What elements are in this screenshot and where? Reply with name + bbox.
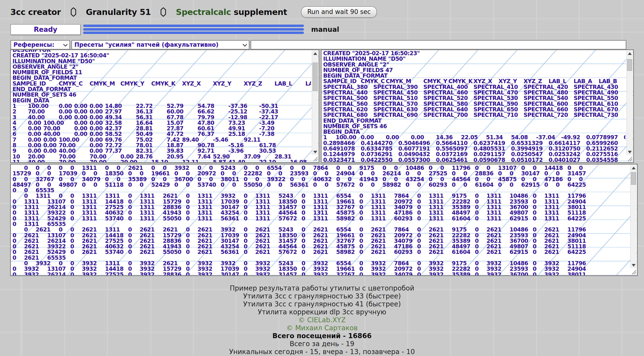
triangle-down-icon [628, 151, 632, 154]
hexagon-outline-icon [70, 7, 76, 17]
footer: Пример результата работы утилиты с цвето… [0, 284, 644, 356]
scroll-thumb[interactable] [631, 172, 636, 185]
triangle-up-icon [632, 167, 636, 169]
footer-link-dlp-correction[interactable]: Утилита коррекции dlp 3cc вручную [0, 308, 644, 316]
left-data-textarea[interactable]: DESCRIPTOR CREATED "2025-02-17 16:50:04"… [10, 50, 319, 163]
footer-copyright-site[interactable]: © CIELab.XYZ [0, 316, 644, 324]
right-data-textarea[interactable]: CREATED "2025-02-17 16:50:23" ILLUMINATI… [321, 50, 634, 163]
scroll-thumb[interactable] [627, 59, 632, 71]
scroll-down-button[interactable] [312, 148, 318, 155]
presets-select[interactable]: Пресеты "усилия" патчей (факультативно) [71, 40, 250, 50]
scroll-up-button[interactable] [627, 50, 633, 57]
scroll-up-button[interactable] [630, 165, 637, 171]
bottom-data-text: 0 0 0 0 0 1311 0 0 2621 0 0 3932 0 0 524… [12, 165, 629, 275]
scroll-down-button[interactable] [630, 262, 637, 268]
footer-stats-total: Всего посещений - 16866 [0, 332, 644, 340]
right-panel-scrollbar[interactable] [626, 50, 633, 155]
supplement-label: Spectralcalc supplement [176, 7, 287, 17]
triangle-up-icon [628, 52, 632, 55]
left-panel-scrollbar[interactable] [312, 50, 318, 155]
triangle-up-icon [313, 52, 317, 55]
spectralcalc-label: Spectralcalc [176, 7, 231, 17]
chevron-down-icon [242, 42, 247, 46]
footer-stats-unique: Уникальных сегодня - 15, вчера - 13, поз… [0, 348, 644, 356]
resize-handle-icon[interactable] [630, 269, 636, 274]
app-title: 3cc creator [10, 7, 61, 17]
references-select-label: Референсы: [14, 42, 54, 48]
progress-bar [83, 32, 304, 34]
scroll-down-button[interactable] [627, 148, 633, 155]
page: { "header": { "title": "3cc creator", "g… [0, 0, 644, 356]
patch-input[interactable] [250, 40, 626, 50]
granularity-label: Granularity 51 [86, 7, 151, 17]
mode-label: manual [311, 26, 339, 34]
resize-handle-icon[interactable] [627, 156, 632, 162]
hexagon-outline-icon [160, 7, 166, 17]
presets-select-label: Пресеты "усилия" патчей (факультативно) [74, 42, 218, 48]
bottom-panel-scrollbar[interactable] [630, 165, 636, 268]
triangle-down-icon [313, 151, 317, 154]
footer-copyright-author[interactable]: © Михаил Сартаков [0, 324, 644, 332]
status-ready-label: Ready [34, 26, 57, 34]
progress-bar [83, 24, 304, 27]
run-button[interactable]: Run and wait 90 sec [301, 6, 377, 18]
right-data-text: CREATED "2025-02-17 16:50:23" ILLUMINATI… [323, 50, 626, 162]
supplement-suffix: supplement [231, 7, 287, 17]
header: 3cc creator Granularity 51 Spectralcalc … [10, 6, 377, 18]
footer-stats-day: Всего за день - 19 [0, 340, 644, 348]
scroll-up-button[interactable] [312, 50, 318, 57]
triangle-down-icon [632, 264, 636, 267]
footer-link-granularity-33[interactable]: Утилита 3cc с гранулярностью 33 (быстрее… [0, 292, 644, 300]
references-select[interactable]: Референсы: [10, 40, 70, 50]
chevron-down-icon [63, 42, 68, 46]
bottom-data-textarea[interactable]: 0 0 0 0 0 1311 0 0 2621 0 0 3932 0 0 524… [10, 164, 638, 276]
footer-link-granularity-41[interactable]: Утилита 3cc с гранулярностью 41 (быстрее… [0, 300, 644, 308]
resize-handle-icon[interactable] [312, 156, 318, 162]
left-data-text: DESCRIPTOR CREATED "2025-02-17 16:50:04"… [12, 50, 311, 162]
progress-bar [83, 28, 304, 30]
scroll-thumb[interactable] [312, 63, 318, 91]
footer-link-proof-example[interactable]: Пример результата работы утилиты с цвето… [0, 284, 644, 292]
status-ready-box: Ready [10, 24, 81, 35]
